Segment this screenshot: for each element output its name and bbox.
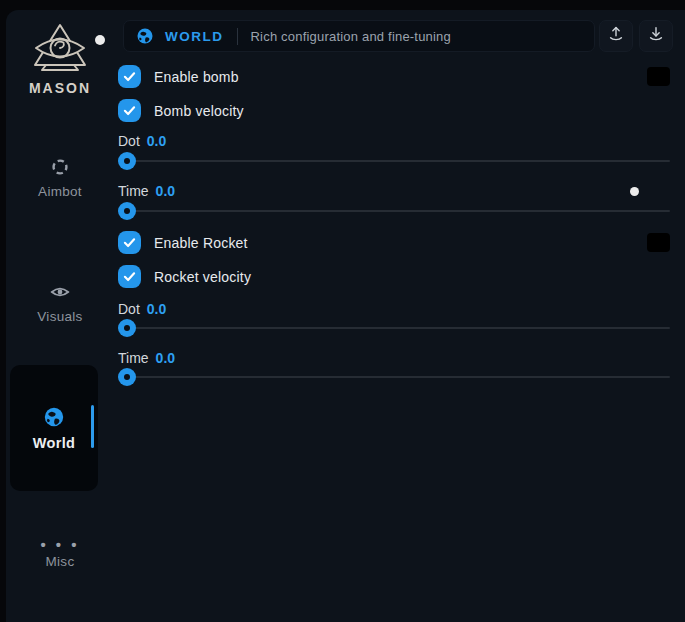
slider-label-row: Dot 0.0 [118, 301, 166, 317]
sidebar-item-label: Aimbot [6, 184, 114, 199]
keybind-button[interactable] [647, 233, 670, 252]
slider-label-row: Time 0.0 [118, 350, 175, 366]
slider-label-row: Time 0.0 [118, 183, 175, 199]
slider-thumb[interactable] [118, 368, 136, 386]
checkbox-row: Bomb velocity [118, 99, 670, 122]
logo-text: MASON [6, 80, 114, 96]
app-window: MASON Aimbot Visuals [6, 10, 685, 622]
download-config-button[interactable] [639, 20, 673, 52]
slider-track[interactable] [118, 376, 670, 378]
selected-indicator-bar [91, 405, 95, 448]
checkbox-enable-bomb[interactable] [118, 65, 141, 88]
checkbox-rocket-velocity[interactable] [118, 265, 141, 288]
checkbox-label: Bomb velocity [154, 103, 244, 119]
slider-value: 0.0 [156, 183, 175, 199]
slider-time-2[interactable] [118, 368, 670, 386]
eye-icon [49, 281, 71, 303]
slider-value: 0.0 [156, 350, 175, 366]
app-logo: MASON [6, 22, 114, 96]
check-icon [121, 234, 138, 251]
slider-track[interactable] [118, 327, 670, 329]
checkbox-label: Enable Rocket [154, 235, 248, 251]
slider-value: 0.0 [147, 301, 166, 317]
checkbox-row: Enable bomb [118, 65, 670, 88]
checkbox-row: Rocket velocity [118, 265, 670, 288]
slider-value: 0.0 [147, 133, 166, 149]
globe-icon [136, 27, 154, 45]
globe-icon [43, 406, 65, 428]
sidebar-item-label: World [10, 435, 98, 451]
page-header-bar: WORLD Rich configuration and fine-tuning [123, 20, 595, 52]
checkbox-label: Enable bomb [154, 69, 239, 85]
crosshair-icon [49, 156, 71, 178]
page-title: WORLD [165, 29, 224, 44]
screen: MASON Aimbot Visuals [0, 0, 685, 622]
sidebar-item-aimbot[interactable]: Aimbot [6, 156, 114, 199]
slider-name: Time [118, 350, 149, 366]
ellipsis-icon: • • • [6, 538, 114, 554]
cursor-dot [630, 187, 639, 196]
slider-thumb[interactable] [118, 152, 136, 170]
checkbox-row: Enable Rocket [118, 231, 670, 254]
slider-track[interactable] [118, 160, 670, 162]
sidebar-item-visuals[interactable]: Visuals [6, 281, 114, 324]
checkbox-enable-rocket[interactable] [118, 231, 141, 254]
page-subtitle: Rich configuration and fine-tuning [251, 29, 451, 44]
slider-time-1[interactable] [118, 202, 670, 220]
masonic-eye-logo-icon [6, 22, 114, 76]
header-divider [237, 28, 238, 45]
slider-thumb[interactable] [118, 319, 136, 337]
slider-thumb[interactable] [118, 202, 136, 220]
check-icon [121, 102, 138, 119]
upload-icon [606, 24, 626, 48]
cursor-dot [95, 35, 105, 45]
slider-dot-1[interactable] [118, 152, 670, 170]
keybind-button[interactable] [647, 67, 670, 86]
check-icon [121, 68, 138, 85]
slider-dot-2[interactable] [118, 319, 670, 337]
sidebar-item-misc[interactable]: • • • Misc [6, 538, 114, 569]
slider-name: Dot [118, 133, 140, 149]
sidebar: MASON Aimbot Visuals [6, 10, 114, 622]
sidebar-item-label: Visuals [6, 309, 114, 324]
checkbox-label: Rocket velocity [154, 269, 251, 285]
slider-label-row: Dot 0.0 [118, 133, 166, 149]
sidebar-item-world-selected[interactable]: World [10, 365, 98, 491]
check-icon [121, 268, 138, 285]
upload-config-button[interactable] [599, 20, 633, 52]
checkbox-bomb-velocity[interactable] [118, 99, 141, 122]
sidebar-item-label: Misc [6, 554, 114, 569]
slider-name: Dot [118, 301, 140, 317]
slider-name: Time [118, 183, 149, 199]
slider-track[interactable] [118, 210, 670, 212]
download-icon [646, 24, 666, 48]
